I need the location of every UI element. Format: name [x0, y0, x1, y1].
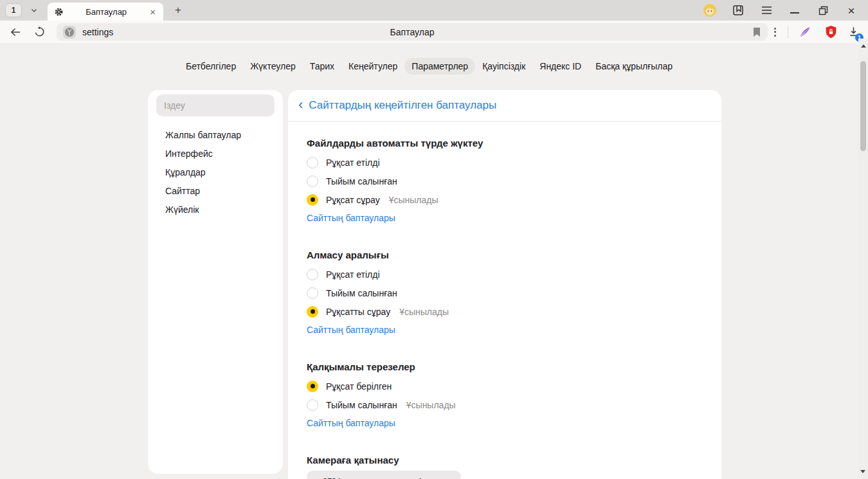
radio-icon[interactable] [307, 176, 318, 187]
radio-label: Рұқсат сұрау [326, 195, 380, 205]
bookmark-panel-icon [732, 4, 745, 17]
site-settings-link[interactable]: Сайттың баптаулары [307, 324, 395, 336]
active-tab[interactable]: Баптаулар × [48, 3, 163, 21]
radio-icon[interactable] [307, 399, 318, 411]
nav-tab-item[interactable]: Яндекс ID [532, 58, 588, 75]
nav-tab-item[interactable]: Жүктеулер [243, 58, 303, 75]
sidebar-item[interactable]: Интерфейс [156, 145, 275, 163]
recommended-note: Ұсынылады [389, 195, 439, 205]
settings-section: Қалқымалы терезелерРұқсат берілгенТыйым … [307, 361, 721, 429]
settings-section: Камераға қатынасуov9734_azurewave_camera… [307, 454, 721, 479]
sidebar-item[interactable]: Жүйелік [156, 201, 275, 219]
tab-counter-button[interactable]: 1 [5, 3, 22, 17]
recommended-note: Ұсынылады [399, 307, 449, 317]
tab-close-icon[interactable]: × [149, 7, 157, 17]
minimize-icon [790, 12, 799, 14]
camera-device-select[interactable]: ov9734_azurewave_camera Алдыңғы [307, 471, 461, 479]
radio-icon[interactable] [307, 287, 318, 299]
radio-option[interactable]: Рұқсат сұрауҰсынылады [307, 190, 721, 209]
window-controls: × [703, 4, 868, 17]
radio-option[interactable]: Тыйым салынғанҰсынылады [307, 395, 721, 414]
section-title: Қалқымалы терезелер [307, 361, 721, 374]
nav-tab-item[interactable]: Бетбелгілер [179, 58, 243, 75]
section-title: Алмасу аралығы [307, 249, 721, 262]
scrollbar-thumb[interactable] [860, 61, 866, 151]
feather-extension-button[interactable] [795, 23, 815, 41]
sidebar-item[interactable]: Сайттар [156, 182, 275, 201]
sidebar-item[interactable]: Құралдар [156, 163, 275, 182]
tab-title: Баптаулар [64, 7, 149, 17]
address-url-text: settings [82, 27, 113, 37]
window-close-button[interactable]: × [845, 4, 858, 17]
page-title: Сайттардың кеңейтілген баптаулары [309, 99, 496, 112]
nav-tab-active[interactable]: Параметрлер [404, 58, 475, 75]
radio-option[interactable]: Рұқсат етілді [307, 153, 721, 172]
section-title: Камераға қатынасу [307, 454, 721, 467]
toolbar-separator [788, 26, 788, 39]
nav-tab-item[interactable]: Басқа құрылғылар [588, 58, 680, 75]
radio-dot [311, 309, 315, 314]
hamburger-icon [761, 6, 772, 15]
back-button[interactable] [6, 23, 24, 41]
nav-tab-item[interactable]: Тарих [303, 58, 341, 75]
scrollbar-down-arrow[interactable] [860, 470, 865, 473]
address-more-button[interactable] [774, 28, 776, 37]
nav-tab-item[interactable]: Қауіпсіздік [475, 58, 532, 75]
radio-label: Тыйым салынған [326, 400, 397, 410]
page-scrollbar[interactable] [858, 39, 868, 479]
section-title: Файлдарды автоматты түрде жүктеу [307, 137, 721, 150]
tab-list-chevron-button[interactable] [27, 3, 41, 17]
sidebar-item[interactable]: Жалпы баптаулар [156, 126, 275, 145]
browser-toolbar: settings Баптаулар [0, 21, 868, 43]
address-page-title: Баптаулар [57, 27, 768, 37]
reload-icon [34, 26, 45, 37]
settings-sections: Файлдарды автоматты түрде жүктеуРұқсат е… [288, 137, 721, 479]
radio-dot [311, 197, 315, 202]
back-arrow-icon [10, 26, 21, 38]
chevron-down-icon [30, 6, 38, 14]
browser-menu-button[interactable] [760, 4, 773, 17]
window-restore-button[interactable] [817, 4, 829, 17]
shield-lock-icon [824, 25, 838, 39]
nav-tab-item[interactable]: Кеңейтулер [341, 58, 404, 75]
radio-selected-icon[interactable] [307, 381, 318, 392]
radio-option[interactable]: Рұқсат етілді [307, 265, 721, 284]
radio-label: Рұқсатты сұрау [326, 307, 390, 317]
radio-option[interactable]: Рұқсатты сұрауҰсынылады [307, 302, 721, 321]
bookmark-flag-icon [752, 27, 761, 37]
back-chevron-icon[interactable]: ‹ [298, 98, 303, 112]
radio-option[interactable]: Тыйым салынған [307, 172, 721, 190]
radio-icon[interactable] [307, 157, 318, 168]
side-panel-button[interactable] [732, 4, 745, 17]
radio-label: Рұқсат етілді [326, 269, 380, 280]
settings-nav-tabs: БетбелгілерЖүктеулерТарихКеңейтулерПарам… [0, 58, 858, 75]
scrollbar-up-arrow[interactable] [861, 44, 866, 48]
radio-option[interactable]: Тыйым салынған [307, 284, 721, 302]
reload-button[interactable] [31, 23, 49, 41]
radio-option[interactable]: Рұқсат берілген [307, 377, 721, 395]
radio-icon[interactable] [307, 269, 318, 280]
advanced-site-settings-header[interactable]: ‹ Сайттардың кеңейтілген баптаулары [288, 90, 721, 122]
gear-icon [54, 7, 64, 17]
window-minimize-button[interactable] [788, 4, 801, 17]
settings-section: Алмасу аралығыРұқсат етілдіТыйым салынға… [307, 249, 721, 336]
radio-label: Рұқсат етілді [326, 158, 380, 168]
site-protect-icon[interactable] [63, 26, 76, 39]
radio-dot [311, 384, 315, 388]
feather-icon [799, 26, 811, 39]
settings-section: Файлдарды автоматты түрде жүктеуРұқсат е… [307, 137, 721, 224]
sidebar-items: Жалпы баптауларИнтерфейсҚұралдарСайттарЖ… [156, 126, 275, 219]
profile-avatar[interactable] [703, 4, 716, 17]
radio-selected-icon[interactable] [307, 194, 318, 206]
radio-label: Рұқсат берілген [326, 381, 392, 392]
search-input[interactable] [156, 95, 275, 116]
bookmark-button[interactable] [752, 27, 761, 37]
settings-sidebar: Жалпы баптауларИнтерфейсҚұралдарСайттарЖ… [148, 90, 283, 474]
new-tab-button[interactable]: + [171, 3, 185, 17]
site-settings-link[interactable]: Сайттың баптаулары [307, 417, 395, 429]
site-settings-link[interactable]: Сайттың баптаулары [307, 212, 395, 224]
adblock-extension-button[interactable] [821, 23, 840, 41]
browser-tab-bar: 1 Баптаулар × + [0, 0, 868, 21]
address-bar[interactable]: settings Баптаулар [57, 23, 768, 41]
radio-selected-icon[interactable] [307, 306, 318, 318]
